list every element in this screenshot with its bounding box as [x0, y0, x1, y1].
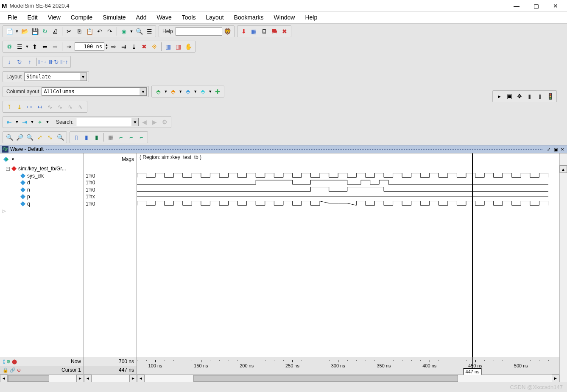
cube-green-icon[interactable]: ⬘ — [154, 87, 163, 96]
wave-vscroll[interactable]: ▲ — [559, 153, 567, 382]
menu-wave[interactable]: Wave — [152, 12, 177, 23]
signal-row[interactable]: n — [0, 186, 84, 194]
chevron-down-icon[interactable]: ▼ — [131, 118, 138, 126]
dropdown-arrow-icon[interactable]: ▼ — [129, 27, 134, 36]
wave-b-icon[interactable]: ⊪↻ — [49, 57, 59, 67]
new-file-icon[interactable]: 📄 — [5, 27, 14, 36]
zoom-other-icon[interactable]: 🔍 — [56, 133, 65, 142]
move-icon[interactable]: ✥ — [515, 92, 524, 101]
menu-layout[interactable]: Layout — [201, 12, 229, 23]
format-4-icon[interactable]: ▦ — [106, 133, 115, 142]
undo-icon[interactable]: ↶ — [95, 27, 104, 36]
menu-window[interactable]: Window — [269, 12, 300, 23]
search-target-icon[interactable]: ⌖ — [35, 117, 45, 127]
wave-edit-3-icon[interactable]: ↦ — [25, 102, 34, 111]
search-prev-edge-icon[interactable]: ⇤ — [5, 117, 14, 127]
scroll-right-icon[interactable]: ► — [76, 375, 84, 382]
menu-simulate[interactable]: Simulate — [98, 12, 131, 23]
zoom-range-icon[interactable]: ⤡ — [45, 133, 55, 142]
names-hscroll[interactable]: ◄ ► — [0, 374, 84, 382]
toolbox-5-icon[interactable]: ✖ — [280, 27, 289, 36]
wave-edit-7-icon[interactable]: ∿ — [66, 102, 75, 111]
run-all-icon[interactable]: ⇉ — [119, 42, 128, 51]
format-1-icon[interactable]: ▯ — [72, 133, 81, 142]
cube-blue-icon[interactable]: ⬘ — [183, 87, 193, 96]
cube-add-icon[interactable]: ✚ — [213, 87, 222, 96]
run-continue-icon[interactable]: ⤓ — [129, 42, 139, 51]
format-2-icon[interactable]: ▮ — [82, 133, 91, 142]
refresh-icon[interactable]: ↻ — [40, 27, 50, 36]
toolbox-3-icon[interactable]: 🗓 — [260, 27, 269, 36]
cursor-spin-icon[interactable]: ↻ — [15, 57, 24, 67]
layout-value[interactable] — [25, 73, 80, 81]
format-3-icon[interactable]: ▮ — [92, 133, 101, 142]
scroll-right-icon[interactable]: ► — [129, 375, 137, 382]
redo-icon[interactable]: ↷ — [105, 27, 115, 36]
run-time-input[interactable] — [75, 42, 104, 51]
format-7-icon[interactable]: ⌐ — [137, 133, 146, 142]
signal-row[interactable]: q — [0, 200, 84, 208]
maximize-button[interactable]: ▢ — [526, 0, 546, 12]
column-layout-combo[interactable]: ▼ — [42, 87, 147, 96]
toolbox-2-icon[interactable]: ▦ — [249, 27, 259, 36]
lock-icon[interactable]: 🔒 — [3, 367, 8, 373]
wave-edit-1-icon[interactable]: ⤒ — [5, 102, 14, 111]
chevron-down-icon[interactable]: ▼ — [80, 73, 87, 81]
cube-cyan-icon[interactable]: ⬘ — [198, 87, 207, 96]
run-step-icon[interactable]: ⇨ — [109, 42, 118, 51]
menu-bookmarks[interactable]: Bookmarks — [229, 12, 269, 23]
signal-row[interactable]: sys_clk — [0, 172, 84, 180]
stop-icon[interactable]: ※ — [150, 42, 159, 51]
cursor-row[interactable]: 🔒 🔗 ⊝ Cursor 1 — [0, 366, 84, 374]
link-icon[interactable]: 🔗 — [10, 367, 16, 373]
minimize-button[interactable]: ― — [507, 0, 526, 12]
signal-row[interactable]: d — [0, 179, 84, 186]
wave-names-column[interactable]: ▼ − sim:/key_test_tb/Gr... sys_clk d — [0, 153, 84, 357]
wave-edit-2-icon[interactable]: ⤓ — [15, 102, 24, 111]
signal-group-row[interactable]: − sim:/key_test_tb/Gr... — [0, 165, 84, 172]
structure-icon[interactable]: ☰ — [145, 27, 154, 36]
nav-list-icon[interactable]: ☰ — [15, 42, 24, 51]
wave-timeline[interactable]: 100 ns150 ns200 ns250 ns300 ns350 ns400 … — [137, 357, 559, 374]
measure-icon[interactable]: ⫼ — [525, 92, 534, 101]
menu-edit[interactable]: Edit — [22, 12, 43, 23]
scroll-left-icon[interactable]: ◄ — [137, 375, 145, 382]
menu-file[interactable]: File — [3, 12, 22, 23]
back-arrow-icon[interactable]: ⬅ — [40, 42, 50, 51]
maximize-pane-icon[interactable]: ▣ — [553, 146, 559, 152]
dropdown-arrow-icon[interactable]: ▼ — [45, 117, 50, 127]
menu-help[interactable]: Help — [300, 12, 322, 23]
help-input[interactable] — [176, 27, 222, 36]
wave-edit-5-icon[interactable]: ∿ — [45, 102, 55, 111]
cut-icon[interactable]: ✂ — [64, 27, 74, 36]
wave-edit-4-icon[interactable]: ↤ — [35, 102, 45, 111]
delete-cursor-icon[interactable]: ⊝ — [17, 367, 21, 373]
compile-target-icon[interactable]: ◉ — [119, 27, 128, 36]
cube-orange-icon[interactable]: ⬘ — [168, 87, 178, 96]
scroll-up-icon[interactable]: ▲ — [559, 165, 567, 173]
close-pane-icon[interactable]: ✕ — [559, 146, 565, 152]
column-layout-value[interactable] — [42, 88, 140, 95]
pointer-icon[interactable]: ▸ — [494, 92, 504, 101]
menu-add[interactable]: Add — [131, 12, 152, 23]
menu-tools[interactable]: Tools — [177, 12, 201, 23]
copy-icon[interactable]: ⎘ — [75, 27, 84, 36]
open-folder-icon[interactable]: 📂 — [20, 27, 29, 36]
dropdown-arrow-icon[interactable]: ▼ — [15, 27, 19, 36]
toolbox-1-icon[interactable]: ⬇ — [239, 27, 249, 36]
search-input[interactable] — [76, 118, 131, 126]
spin-down-icon[interactable]: ▼ — [105, 47, 108, 50]
dropdown-arrow-icon[interactable]: ▼ — [25, 42, 29, 51]
wave-panel-titlebar[interactable]: Wave - Default ⤢ ▣ ✕ — [0, 145, 567, 153]
print-icon[interactable]: 🖨 — [50, 27, 60, 36]
search-combo[interactable]: ▼ — [76, 118, 139, 126]
hand-icon[interactable]: ✋ — [184, 42, 193, 51]
layout-combo[interactable]: ▼ — [24, 72, 87, 81]
zoom-cursor-icon[interactable]: ⤢ — [35, 133, 45, 142]
dropdown-arrow-icon[interactable]: ▼ — [11, 157, 15, 161]
dropdown-arrow-icon[interactable]: ▼ — [30, 117, 34, 127]
up-arrow-icon[interactable]: ⬆ — [30, 42, 39, 51]
scroll-right-icon[interactable]: ► — [552, 375, 559, 382]
chart-1-icon[interactable]: ▥ — [164, 42, 173, 51]
wave-a-icon[interactable]: ⊪← — [39, 57, 48, 67]
